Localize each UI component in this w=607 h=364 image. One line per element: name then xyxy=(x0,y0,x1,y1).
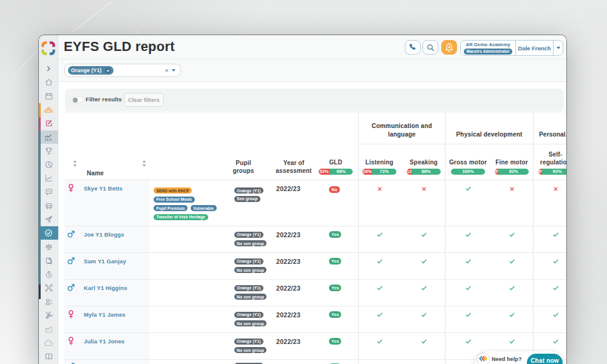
svg-text:4: 4 xyxy=(448,44,450,49)
